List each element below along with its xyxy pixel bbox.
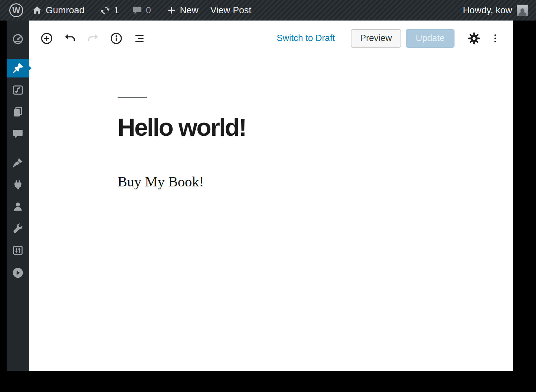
- sidebar-item-pages[interactable]: [7, 103, 29, 121]
- dashboard-icon: [12, 33, 24, 45]
- updates-link[interactable]: 1: [95, 0, 124, 21]
- toolbar-left-group: [39, 31, 147, 46]
- new-content-link[interactable]: New: [162, 0, 203, 21]
- site-name-label: Gumroad: [46, 5, 84, 16]
- comments-count: 0: [146, 5, 151, 16]
- view-post-label: View Post: [210, 5, 251, 16]
- comments-bubble-icon: [132, 5, 142, 15]
- toolbar-right-group: Switch to Draft Preview Update: [277, 29, 503, 48]
- updates-icon: [100, 5, 110, 16]
- updates-count: 1: [114, 5, 119, 16]
- sidebar-item-tools[interactable]: [7, 219, 29, 238]
- pages-icon: [12, 106, 24, 118]
- sidebar-separator: [7, 146, 29, 154]
- tools-wrench-icon: [12, 223, 24, 234]
- post-paragraph[interactable]: Buy My Book!: [118, 173, 493, 190]
- post-title[interactable]: Hello world!: [118, 114, 493, 141]
- settings-gear-button[interactable]: [466, 31, 482, 46]
- wordpress-logo-icon: W: [9, 3, 23, 17]
- appearance-brush-icon: [12, 157, 24, 169]
- sidebar-item-media[interactable]: [7, 81, 29, 99]
- sidebar-item-comments[interactable]: [7, 124, 29, 143]
- howdy-greeting: Howdy, kow: [463, 5, 512, 16]
- sidebar-item-appearance[interactable]: [7, 154, 29, 172]
- more-options-button[interactable]: [488, 31, 503, 46]
- comments-icon: [12, 128, 24, 139]
- collapse-menu-icon: [12, 267, 24, 279]
- editor-content-area: Switch to Draft Preview Update: [29, 21, 513, 371]
- sidebar-item-collapse-menu[interactable]: [7, 264, 29, 282]
- site-name-link[interactable]: Gumroad: [27, 0, 89, 21]
- wp-logo-menu[interactable]: W: [0, 0, 27, 21]
- editor-canvas: Hello world! Buy My Book!: [29, 56, 513, 190]
- view-post-link[interactable]: View Post: [205, 0, 256, 21]
- admin-bar: W Gumroad 1 0 New View Post Howdy,: [0, 0, 536, 21]
- plus-icon: [167, 6, 176, 15]
- editor-toolbar: Switch to Draft Preview Update: [29, 21, 513, 56]
- block-navigation-button[interactable]: [132, 31, 147, 46]
- new-label: New: [180, 5, 198, 16]
- block-inserter-button[interactable]: [39, 31, 54, 46]
- sidebar-item-dashboard[interactable]: [7, 30, 29, 48]
- users-icon: [12, 201, 24, 212]
- preview-button[interactable]: Preview: [351, 29, 401, 48]
- sidebar-item-posts[interactable]: [7, 59, 29, 77]
- update-button[interactable]: Update: [406, 29, 455, 48]
- comments-link[interactable]: 0: [127, 0, 156, 21]
- admin-sidebar: [7, 21, 29, 371]
- undo-button[interactable]: [62, 31, 78, 46]
- title-decoration-line: [118, 97, 147, 98]
- content-structure-button[interactable]: [109, 31, 124, 46]
- redo-button[interactable]: [85, 31, 101, 46]
- media-icon: [12, 84, 24, 96]
- sidebar-separator: [7, 52, 29, 59]
- sidebar-item-plugins[interactable]: [7, 175, 29, 194]
- pushpin-icon: [12, 62, 24, 74]
- account-menu[interactable]: Howdy, kow: [458, 0, 528, 21]
- sidebar-item-settings[interactable]: [7, 241, 29, 260]
- settings-sliders-icon: [12, 245, 24, 256]
- user-avatar: [517, 5, 528, 16]
- plugin-icon: [12, 179, 24, 191]
- sidebar-item-users[interactable]: [7, 197, 29, 216]
- admin-bar-right: Howdy, kow: [458, 0, 536, 21]
- home-icon: [32, 5, 42, 15]
- switch-to-draft-link[interactable]: Switch to Draft: [277, 33, 335, 43]
